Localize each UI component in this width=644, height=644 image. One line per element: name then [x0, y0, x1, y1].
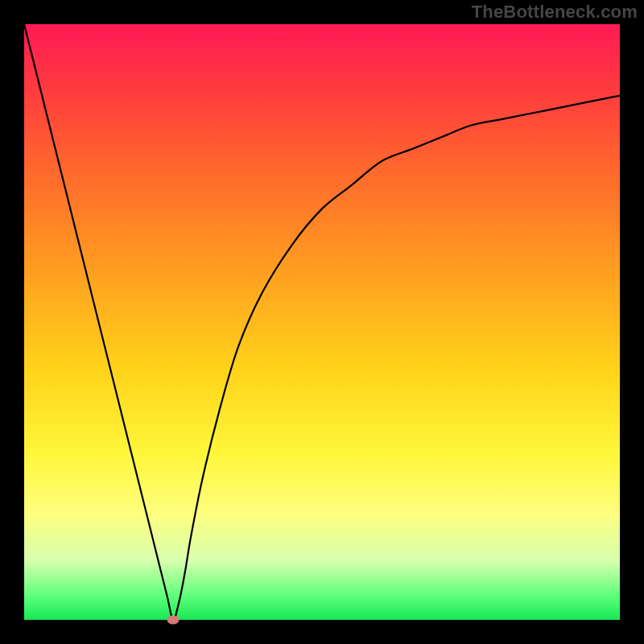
- watermark-text: TheBottleneck.com: [472, 2, 638, 23]
- chart-frame: TheBottleneck.com: [0, 0, 644, 644]
- plot-area: [24, 24, 620, 620]
- minimum-marker: [167, 616, 180, 625]
- bottleneck-curve: [24, 24, 620, 620]
